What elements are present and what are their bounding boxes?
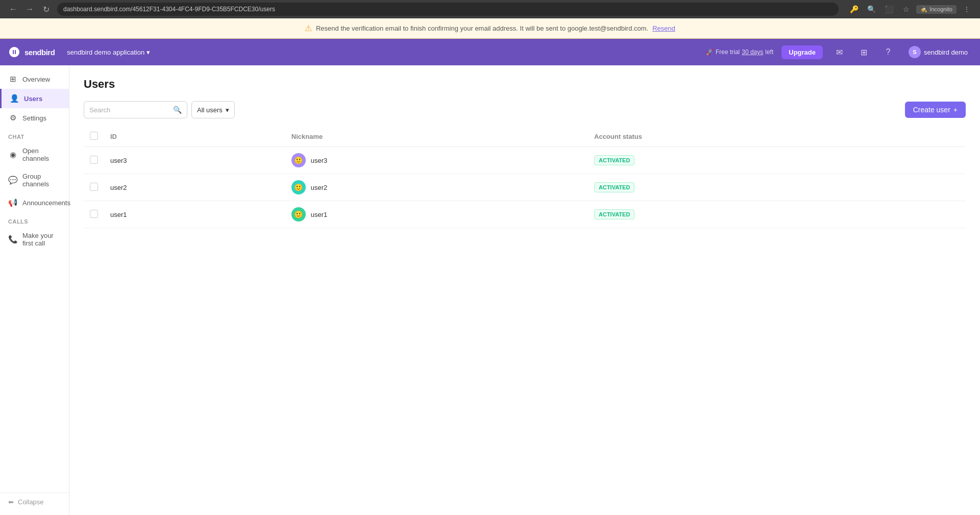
row-id-0: user3 <box>104 147 285 174</box>
collapse-icon: ⬅ <box>8 498 14 506</box>
users-icon: 👤 <box>10 94 19 103</box>
star-icon[interactable]: ☆ <box>899 2 913 16</box>
mail-icon[interactable]: ✉ <box>831 44 847 60</box>
users-table: ID Nickname Account status us <box>84 127 966 228</box>
incognito-icon: 🕵 <box>920 6 927 13</box>
table-header-row: ID Nickname Account status <box>84 127 966 147</box>
sidebar-spacer <box>0 252 69 493</box>
chat-section-label: Chat <box>0 128 69 142</box>
header-checkbox-cell <box>84 127 104 147</box>
row-checkbox-2[interactable] <box>90 210 98 218</box>
sidebar-item-overview-label: Overview <box>22 76 50 83</box>
bookmark-icon[interactable]: 🔑 <box>847 2 861 16</box>
sidebar-item-group-channels-label: Group channels <box>22 173 61 188</box>
phone-icon: 📞 <box>8 235 17 244</box>
trial-info: 🚀 Free trial 30 days left <box>706 48 773 56</box>
avatar-icon-0: 🙂 <box>294 156 303 164</box>
table-row[interactable]: user3 🙂 user3 ACTIVATED <box>84 147 966 174</box>
main-layout: ⊞ Overview 👤 Users ⚙ Settings Chat ◉ Ope… <box>0 65 980 515</box>
announcements-icon: 📢 <box>8 198 17 207</box>
sidebar-item-make-first-call[interactable]: 📞 Make your first call <box>0 227 69 252</box>
top-nav: sendbird sendbird demo application ▾ 🚀 F… <box>0 39 980 65</box>
settings-icon: ⚙ <box>8 113 17 122</box>
overview-icon: ⊞ <box>8 75 17 84</box>
url-text: dashboard.sendbird.com/45612F31-4304-4FC… <box>63 6 275 13</box>
sidebar-item-announcements[interactable]: 📢 Announcements <box>0 193 69 212</box>
status-badge-2: ACTIVATED <box>594 209 634 219</box>
verification-banner: ⚠ Resend the verification email to finis… <box>0 18 980 39</box>
search-box: 🔍 <box>84 101 187 118</box>
reload-button[interactable]: ↻ <box>39 2 53 16</box>
row-nickname-cell-0: 🙂 user3 <box>285 147 588 174</box>
app-wrapper: ⚠ Resend the verification email to finis… <box>0 18 980 515</box>
browser-right-controls: 🔑 🔍 ⬛ ☆ 🕵 Incognito ⋮ <box>847 2 974 16</box>
table-header: ID Nickname Account status <box>84 127 966 147</box>
search-icon: 🔍 <box>173 106 182 114</box>
sidebar-item-announcements-label: Announcements <box>22 199 70 207</box>
main-content: Users 🔍 All users ▾ Create user + <box>69 65 980 515</box>
back-button[interactable]: ← <box>6 2 20 16</box>
sidebar-item-open-channels-label: Open channels <box>22 147 61 162</box>
group-channels-icon: 💬 <box>8 176 17 185</box>
row-checkbox-0[interactable] <box>90 156 98 164</box>
row-checkbox-cell <box>84 174 104 201</box>
menu-icon[interactable]: ⋮ <box>960 2 974 16</box>
browser-chrome: ← → ↻ dashboard.sendbird.com/45612F31-43… <box>0 0 980 18</box>
forward-button[interactable]: → <box>22 2 37 16</box>
table-row[interactable]: user1 🙂 user1 ACTIVATED <box>84 201 966 228</box>
sidebar-item-open-channels[interactable]: ◉ Open channels <box>0 142 69 167</box>
filter-chevron-icon: ▾ <box>226 106 229 114</box>
row-nickname-1: user2 <box>311 184 328 191</box>
toolbar-left: 🔍 All users ▾ <box>84 101 235 118</box>
row-nickname-0: user3 <box>311 157 328 164</box>
row-id-2: user1 <box>104 201 285 228</box>
select-all-checkbox[interactable] <box>90 132 98 140</box>
grid-icon[interactable]: ⊞ <box>855 44 872 60</box>
status-badge-1: ACTIVATED <box>594 182 634 192</box>
header-id: ID <box>104 127 285 147</box>
filter-dropdown[interactable]: All users ▾ <box>191 101 235 118</box>
logo-area: sendbird <box>8 46 55 58</box>
zoom-icon[interactable]: 🔍 <box>864 2 878 16</box>
upgrade-button[interactable]: Upgrade <box>781 45 823 59</box>
collapse-label: Collapse <box>18 498 44 506</box>
row-id-1: user2 <box>104 174 285 201</box>
row-checkbox-cell <box>84 147 104 174</box>
url-bar[interactable]: dashboard.sendbird.com/45612F31-4304-4FC… <box>57 3 839 16</box>
sidebar-item-overview[interactable]: ⊞ Overview <box>0 69 69 89</box>
user-profile-badge[interactable]: S sendbird demo <box>904 44 972 60</box>
toolbar: 🔍 All users ▾ Create user + <box>84 101 966 118</box>
rocket-icon: 🚀 <box>706 48 714 56</box>
row-nickname-cell-2: 🙂 user1 <box>285 201 588 228</box>
create-user-button[interactable]: Create user + <box>905 102 966 118</box>
sidebar-item-make-first-call-label: Make your first call <box>22 232 61 247</box>
user-avatar: S <box>909 46 921 58</box>
user-avatar-1: 🙂 <box>291 180 306 194</box>
row-nickname-cell-1: 🙂 user2 <box>285 174 588 201</box>
user-avatar-2: 🙂 <box>291 207 306 222</box>
row-checkbox-1[interactable] <box>90 183 98 191</box>
chevron-down-icon: ▾ <box>146 48 150 56</box>
browser-nav: ← → ↻ <box>6 2 53 16</box>
collapse-button[interactable]: ⬅ Collapse <box>0 493 69 511</box>
resend-link[interactable]: Resend <box>652 24 675 32</box>
status-badge-0: ACTIVATED <box>594 155 634 165</box>
header-account-status: Account status <box>588 127 966 147</box>
sidebar-item-settings[interactable]: ⚙ Settings <box>0 108 69 128</box>
sidebar-item-users[interactable]: 👤 Users <box>0 89 69 108</box>
avatar-icon-2: 🙂 <box>294 210 303 218</box>
help-icon[interactable]: ? <box>880 44 896 60</box>
sidebar-item-group-channels[interactable]: 💬 Group channels <box>0 167 69 193</box>
row-status-cell-0: ACTIVATED <box>588 147 966 174</box>
app-selector[interactable]: sendbird demo application ▾ <box>63 46 154 58</box>
row-status-cell-1: ACTIVATED <box>588 174 966 201</box>
sidebar-item-settings-label: Settings <box>22 114 46 122</box>
extension-icon[interactable]: ⬛ <box>881 2 896 16</box>
user-avatar-0: 🙂 <box>291 153 306 167</box>
row-status-cell-2: ACTIVATED <box>588 201 966 228</box>
filter-label: All users <box>197 106 223 114</box>
table-row[interactable]: user2 🙂 user2 ACTIVATED <box>84 174 966 201</box>
banner-message: Resend the verification email to finish … <box>316 24 648 32</box>
search-input[interactable] <box>89 106 171 114</box>
sidebar-item-users-label: Users <box>24 95 42 103</box>
